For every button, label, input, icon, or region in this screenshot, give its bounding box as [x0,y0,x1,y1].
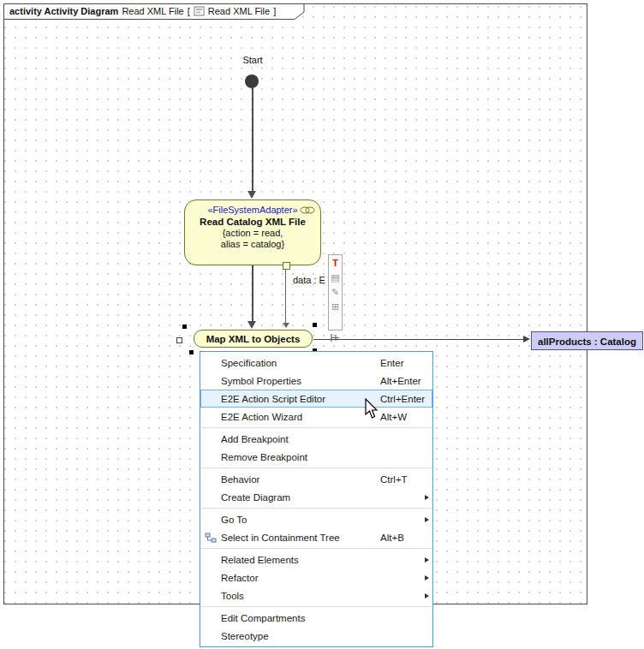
action-map-xml-to-objects[interactable]: Map XML to Objects [194,330,313,348]
menu-item-label: Tools [221,591,380,601]
menu-item-remove-breakpoint[interactable]: Remove Breakpoint [200,448,432,466]
action-name: Read Catalog XML File [200,217,306,227]
control-flow-adapter-to-map[interactable] [252,265,253,322]
menu-item-specification[interactable]: SpecificationEnter [200,354,432,372]
object-flow-map-to-catalog[interactable] [313,339,524,340]
menu-separator [201,606,432,607]
menu-item-label: Symbol Properties [221,376,380,386]
smart-manipulator-toolbar: T▤✎⊞ [328,254,343,330]
context-menu-items: SpecificationEnterSymbol PropertiesAlt+E… [200,354,432,645]
output-pin[interactable] [283,262,290,270]
submenu-arrow-icon [423,517,432,522]
frame-bracket-open: [ [188,6,190,16]
menu-item-label: E2E Action Wizard [221,412,380,422]
selection-handle[interactable] [182,324,187,329]
arrowhead-icon [247,191,256,199]
context-menu: SpecificationEnterSymbol PropertiesAlt+E… [200,351,433,647]
submenu-arrow-icon [423,557,432,563]
selection-handle[interactable] [313,323,317,327]
frame-heading[interactable]: activity Activity Diagram Read XML File … [9,6,276,16]
tagged-value-line: {action = read, [223,228,283,238]
menu-item-related-elements[interactable]: Related Elements [200,551,432,569]
mouse-cursor-icon [365,398,380,420]
menu-item-create-diagram[interactable]: Create Diagram [200,488,432,506]
arrowhead-icon [523,336,530,342]
arrowhead-icon [283,323,289,328]
frame-title-keyword: activity Activity Diagram [9,6,118,16]
action-read-catalog-xml-file[interactable]: «FileSystemAdapter» Read Catalog XML Fil… [184,199,321,265]
object-flow-label: data : E [293,275,325,285]
menu-item-label: Stereotype [221,631,380,641]
menu-item-shortcut: Alt+Enter [380,376,423,386]
menu-item-label: Specification [221,358,380,368]
initial-node[interactable] [245,74,259,88]
menu-item-tools[interactable]: Tools [200,586,432,604]
submenu-arrow-icon [423,593,432,598]
menu-item-label: Related Elements [221,555,380,565]
menu-item-select-in-containment-tree[interactable]: Select in Containment TreeAlt+B [200,528,432,546]
frame-name: Read XML File [208,6,270,16]
stereotype-label: «FileSystemAdapter» [207,205,297,215]
menu-item-shortcut: Alt+W [380,412,423,422]
frame-bracket-close: ] [273,6,276,16]
menu-item-e2e-action-wizard[interactable]: E2E Action WizardAlt+W [200,408,432,426]
menu-item-label: Behavior [221,474,380,485]
menu-item-add-breakpoint[interactable]: Add Breakpoint [200,430,432,448]
menu-separator [201,427,432,428]
start-node-label: Start [233,55,272,65]
menu-item-behavior[interactable]: BehaviorCtrl+T [200,470,432,488]
menu-item-label: Edit Compartments [221,613,380,623]
frame-title-name: Read XML File [122,6,183,16]
menu-item-shortcut: Alt+B [380,533,423,543]
activity-diagram-icon [194,6,205,16]
text-tool-icon[interactable]: T [330,257,341,269]
menu-item-label: Refactor [221,573,380,583]
menu-item-shortcut: Ctrl+Enter [380,394,423,404]
menu-separator [201,548,432,549]
tagged-value-line: alias = catalog} [221,239,284,249]
menu-item-label: Go To [221,515,380,525]
edge-manipulator-icon[interactable] [330,332,341,343]
arrowhead-icon [247,321,256,329]
menu-item-edit-compartments[interactable]: Edit Compartments [200,609,432,627]
adapter-icon [300,206,315,214]
edit-icon[interactable]: ✎ [330,286,341,298]
selection-handle-hollow[interactable] [176,337,182,343]
menu-item-label: Select in Containment Tree [221,533,380,543]
menu-item-shortcut: Ctrl+T [380,474,423,485]
menu-item-label: Add Breakpoint [221,434,380,444]
menu-item-symbol-properties[interactable]: Symbol PropertiesAlt+Enter [200,372,432,390]
menu-item-label: Create Diagram [221,492,380,503]
menu-separator [201,467,432,468]
note-icon[interactable]: ▤ [330,271,341,283]
object-node-allproducts-catalog[interactable]: allProducts : Catalog [531,331,643,350]
containment-tree-icon [200,533,221,543]
control-flow-start-to-adapter[interactable] [252,88,253,192]
menu-item-refactor[interactable]: Refactor [200,569,432,586]
menu-item-stereotype[interactable]: Stereotype [200,627,432,645]
submenu-arrow-icon [423,495,432,500]
menu-item-shortcut: Enter [380,358,423,368]
submenu-arrow-icon [423,575,432,581]
menu-item-go-to[interactable]: Go To [200,510,432,528]
menu-item-e2e-action-script-editor[interactable]: E2E Action Script EditorCtrl+Enter [200,390,432,408]
object-flow-pin-to-map[interactable] [285,268,286,323]
menu-item-label: Remove Breakpoint [221,452,380,462]
menu-separator [201,508,432,509]
menu-item-label: E2E Action Script Editor [221,394,380,404]
link-icon[interactable]: ⊞ [330,301,341,313]
selection-handle[interactable] [189,350,194,354]
